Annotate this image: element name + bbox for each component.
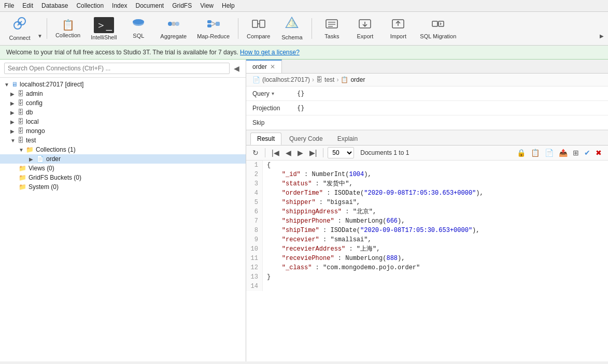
last-page-button[interactable]: ▶| <box>307 148 319 158</box>
skip-input[interactable] <box>293 117 608 128</box>
line-number: 7 <box>246 216 263 226</box>
line-number: 13 <box>246 272 263 282</box>
result-tabs: Result Query Code Explain <box>246 130 608 145</box>
projection-input[interactable] <box>293 103 608 114</box>
collections-toggle-icon[interactable]: ▼ <box>19 147 25 153</box>
check-icon[interactable]: ✔ <box>582 148 592 158</box>
projection-label: Projection <box>246 103 293 114</box>
skip-row: Skip <box>246 115 608 130</box>
mapreduce-button[interactable]: Map-Reduce <box>193 16 234 41</box>
svg-line-11 <box>211 24 216 26</box>
line-number: 3 <box>246 179 263 188</box>
tab-result[interactable]: Result <box>250 133 281 145</box>
compare-button[interactable]: Compare <box>243 16 274 41</box>
intellishell-button[interactable]: ＞_ IntelliShell <box>87 15 121 42</box>
query-dropdown-arrow[interactable]: ▾ <box>272 91 274 96</box>
tree-db-test[interactable]: ▼ 🗄 test <box>0 136 246 145</box>
server-toggle-icon[interactable]: ▼ <box>4 82 10 88</box>
tree-views-folder[interactable]: 📁 Views (0) <box>0 164 246 173</box>
connect-dropdown-arrow[interactable]: ▼ <box>37 33 43 39</box>
svg-rect-13 <box>260 20 265 27</box>
toolbar-overflow-arrow[interactable]: ▶ <box>600 33 604 39</box>
line-content <box>263 282 267 291</box>
export-button[interactable]: Export <box>349 16 380 41</box>
query-input[interactable] <box>293 88 608 99</box>
export-result-icon[interactable]: 📤 <box>557 148 570 158</box>
svg-rect-8 <box>207 24 211 27</box>
db-toggle-icon[interactable]: ▶ <box>10 110 17 115</box>
page-size-select[interactable]: 50 100 200 <box>328 147 354 158</box>
menu-view[interactable]: View <box>200 2 214 9</box>
code-line: 3 "status" : "发货中", <box>246 179 608 188</box>
line-number: 9 <box>246 235 263 244</box>
compare-icon <box>251 18 266 32</box>
mongo-toggle-icon[interactable]: ▶ <box>10 128 17 134</box>
paste-icon[interactable]: 📄 <box>543 148 556 158</box>
tree-db-db[interactable]: ▶ 🗄 db <box>0 108 246 117</box>
menu-index[interactable]: Index <box>112 2 127 9</box>
local-toggle-icon[interactable]: ▶ <box>10 119 17 125</box>
expand-icon[interactable]: ⊞ <box>571 148 581 158</box>
admin-toggle-icon[interactable]: ▶ <box>10 91 17 97</box>
line-content: "recevier" : "smallsai", <box>263 235 372 244</box>
mapreduce-icon <box>206 18 221 32</box>
sql-button[interactable]: SQL <box>123 17 154 41</box>
menu-edit[interactable]: Edit <box>22 2 33 9</box>
sqlmigration-button[interactable]: SQL Migration <box>416 16 460 41</box>
line-number: 4 <box>246 188 263 198</box>
tree-gridfs-folder[interactable]: 📁 GridFS Buckets (0) <box>0 173 246 182</box>
tab-explain[interactable]: Explain <box>331 133 364 145</box>
collapse-panel-button[interactable]: ◀ <box>232 63 242 74</box>
menu-database[interactable]: Database <box>41 2 68 9</box>
admin-label: admin <box>26 90 43 97</box>
line-number: 6 <box>246 207 263 216</box>
tree-server-node[interactable]: ▼ 🖥 localhost:27017 [direct] <box>0 80 246 89</box>
aggregate-label: Aggregate <box>160 33 187 39</box>
schema-button[interactable]: Schema <box>276 14 307 42</box>
config-toggle-icon[interactable]: ▶ <box>10 100 17 106</box>
refresh-button[interactable]: ↻ <box>250 148 261 158</box>
collection-button[interactable]: 📋 Collection <box>51 17 84 40</box>
toolbar-separator-3 <box>312 18 312 39</box>
delete-icon[interactable]: ✖ <box>593 148 604 158</box>
line-content: "shipperPhone" : NumberLong(666), <box>263 216 405 226</box>
tasks-button[interactable]: Tasks <box>316 16 347 41</box>
import-button[interactable]: Import <box>383 16 414 41</box>
tab-order-label: order <box>252 63 267 70</box>
test-toggle-icon[interactable]: ▼ <box>10 138 17 143</box>
compare-label: Compare <box>247 33 270 39</box>
menu-document[interactable]: Document <box>135 2 164 9</box>
first-page-button[interactable]: |◀ <box>270 148 281 158</box>
system-folder-icon: 📁 <box>19 183 26 191</box>
prev-page-button[interactable]: ◀ <box>284 148 293 158</box>
menu-gridfs[interactable]: GridFS <box>172 2 192 9</box>
line-content: "orderTime" : ISODate("2020-09-08T17:05:… <box>263 188 484 198</box>
next-page-button[interactable]: ▶ <box>295 148 305 158</box>
search-input[interactable] <box>4 63 230 74</box>
tree-db-admin[interactable]: ▶ 🗄 admin <box>0 89 246 98</box>
copy-icon[interactable]: 📋 <box>529 148 542 158</box>
aggregate-button[interactable]: Aggregate <box>156 16 191 41</box>
tab-query-code[interactable]: Query Code <box>282 133 330 145</box>
order-toggle-icon[interactable]: ▶ <box>29 156 35 162</box>
menu-help[interactable]: Help <box>222 2 235 9</box>
tree-collection-order[interactable]: ▶ 📄 order <box>0 154 246 164</box>
menu-file[interactable]: File <box>4 2 14 9</box>
menu-collection[interactable]: Collection <box>76 2 104 9</box>
config-label: config <box>26 99 43 107</box>
lock-icon[interactable]: 🔒 <box>515 148 528 158</box>
tasks-label: Tasks <box>324 33 339 39</box>
tab-order[interactable]: order ✕ <box>246 60 282 73</box>
svg-point-6 <box>175 22 179 26</box>
gridfs-folder-icon: 📁 <box>19 174 26 181</box>
tree-system-folder[interactable]: 📁 System (0) <box>0 182 246 192</box>
tree-db-local[interactable]: ▶ 🗄 local <box>0 117 246 126</box>
tree-db-config[interactable]: ▶ 🗄 config <box>0 98 246 108</box>
tab-close-button[interactable]: ✕ <box>270 63 275 70</box>
left-panel: ◀ ▼ 🖥 localhost:27017 [direct] ▶ 🗄 admin… <box>0 60 246 361</box>
tree-db-mongo[interactable]: ▶ 🗄 mongo <box>0 126 246 136</box>
tree-collections-folder[interactable]: ▼ 📁 Collections (1) <box>0 145 246 154</box>
trial-license-link[interactable]: How to get a license? <box>240 49 300 56</box>
line-content: } <box>263 272 271 282</box>
connect-button[interactable]: Connect <box>4 14 35 43</box>
